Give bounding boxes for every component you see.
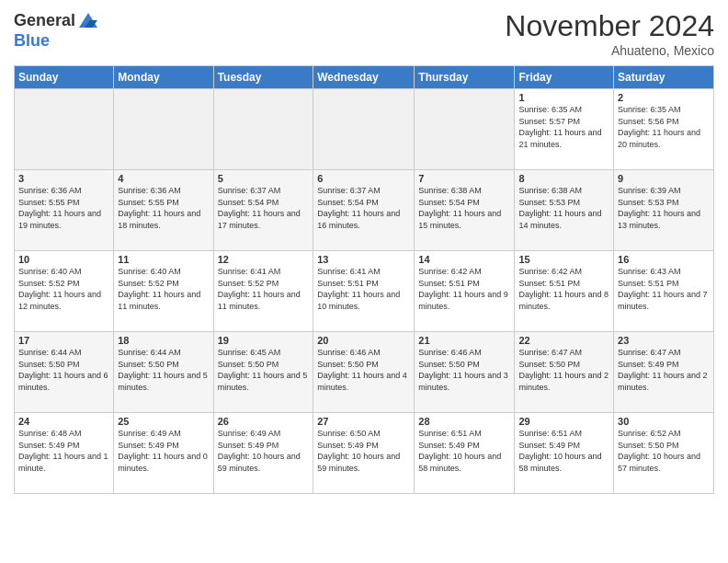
day-number: 27 xyxy=(317,416,410,427)
day-info: Sunrise: 6:52 AM Sunset: 5:50 PM Dayligh… xyxy=(618,428,710,474)
header-sunday: Sunday xyxy=(15,66,114,89)
logo: General Blue xyxy=(14,9,99,51)
day-info: Sunrise: 6:35 AM Sunset: 5:56 PM Dayligh… xyxy=(618,104,710,150)
day-info: Sunrise: 6:47 AM Sunset: 5:50 PM Dayligh… xyxy=(518,347,609,393)
day-number: 21 xyxy=(418,335,510,346)
calendar-cell: 25Sunrise: 6:49 AM Sunset: 5:49 PM Dayli… xyxy=(114,413,213,494)
calendar-row-4: 24Sunrise: 6:48 AM Sunset: 5:49 PM Dayli… xyxy=(15,413,714,494)
day-info: Sunrise: 6:51 AM Sunset: 5:49 PM Dayligh… xyxy=(518,428,609,474)
day-number: 4 xyxy=(118,173,209,184)
header-monday: Monday xyxy=(114,66,213,89)
day-info: Sunrise: 6:35 AM Sunset: 5:57 PM Dayligh… xyxy=(518,104,609,150)
calendar-cell: 21Sunrise: 6:46 AM Sunset: 5:50 PM Dayli… xyxy=(415,332,515,413)
location-subtitle: Ahuateno, Mexico xyxy=(505,43,714,58)
calendar-cell: 2Sunrise: 6:35 AM Sunset: 5:56 PM Daylig… xyxy=(614,89,714,170)
calendar-cell: 19Sunrise: 6:45 AM Sunset: 5:50 PM Dayli… xyxy=(213,332,313,413)
day-info: Sunrise: 6:38 AM Sunset: 5:53 PM Dayligh… xyxy=(518,185,609,231)
calendar-row-0: 1Sunrise: 6:35 AM Sunset: 5:57 PM Daylig… xyxy=(15,89,714,170)
day-number: 25 xyxy=(118,416,209,427)
calendar-cell: 14Sunrise: 6:42 AM Sunset: 5:51 PM Dayli… xyxy=(415,251,515,332)
calendar-cell: 28Sunrise: 6:51 AM Sunset: 5:49 PM Dayli… xyxy=(415,413,515,494)
header-saturday: Saturday xyxy=(614,66,714,89)
calendar-cell: 23Sunrise: 6:47 AM Sunset: 5:49 PM Dayli… xyxy=(614,332,714,413)
day-info: Sunrise: 6:43 AM Sunset: 5:51 PM Dayligh… xyxy=(618,266,710,312)
calendar-cell: 18Sunrise: 6:44 AM Sunset: 5:50 PM Dayli… xyxy=(114,332,213,413)
calendar-cell: 1Sunrise: 6:35 AM Sunset: 5:57 PM Daylig… xyxy=(515,89,614,170)
calendar-cell: 13Sunrise: 6:41 AM Sunset: 5:51 PM Dayli… xyxy=(313,251,415,332)
day-number: 18 xyxy=(118,335,209,346)
calendar-cell: 10Sunrise: 6:40 AM Sunset: 5:52 PM Dayli… xyxy=(15,251,114,332)
day-number: 19 xyxy=(218,335,310,346)
header-friday: Friday xyxy=(515,66,614,89)
calendar-cell xyxy=(415,89,515,170)
calendar-cell: 9Sunrise: 6:39 AM Sunset: 5:53 PM Daylig… xyxy=(614,170,714,251)
day-number: 7 xyxy=(418,173,510,184)
calendar-cell: 6Sunrise: 6:37 AM Sunset: 5:54 PM Daylig… xyxy=(313,170,415,251)
day-number: 2 xyxy=(618,92,710,103)
calendar-cell: 4Sunrise: 6:36 AM Sunset: 5:55 PM Daylig… xyxy=(114,170,213,251)
day-info: Sunrise: 6:41 AM Sunset: 5:52 PM Dayligh… xyxy=(218,266,310,312)
day-info: Sunrise: 6:41 AM Sunset: 5:51 PM Dayligh… xyxy=(317,266,410,312)
day-number: 10 xyxy=(18,254,109,265)
day-info: Sunrise: 6:46 AM Sunset: 5:50 PM Dayligh… xyxy=(317,347,410,393)
day-info: Sunrise: 6:50 AM Sunset: 5:49 PM Dayligh… xyxy=(317,428,410,474)
day-info: Sunrise: 6:42 AM Sunset: 5:51 PM Dayligh… xyxy=(418,266,510,312)
calendar-cell: 24Sunrise: 6:48 AM Sunset: 5:49 PM Dayli… xyxy=(15,413,114,494)
day-number: 20 xyxy=(317,335,410,346)
calendar-cell: 7Sunrise: 6:38 AM Sunset: 5:54 PM Daylig… xyxy=(415,170,515,251)
calendar-cell: 5Sunrise: 6:37 AM Sunset: 5:54 PM Daylig… xyxy=(213,170,313,251)
day-number: 30 xyxy=(618,416,710,427)
calendar-cell xyxy=(313,89,415,170)
header-thursday: Thursday xyxy=(415,66,515,89)
calendar: Sunday Monday Tuesday Wednesday Thursday… xyxy=(14,65,714,494)
calendar-cell: 12Sunrise: 6:41 AM Sunset: 5:52 PM Dayli… xyxy=(213,251,313,332)
day-number: 6 xyxy=(317,173,410,184)
day-info: Sunrise: 6:45 AM Sunset: 5:50 PM Dayligh… xyxy=(218,347,310,393)
day-info: Sunrise: 6:44 AM Sunset: 5:50 PM Dayligh… xyxy=(18,347,109,393)
day-number: 3 xyxy=(18,173,109,184)
day-info: Sunrise: 6:37 AM Sunset: 5:54 PM Dayligh… xyxy=(317,185,410,231)
logo-icon xyxy=(77,9,99,31)
header-tuesday: Tuesday xyxy=(213,66,313,89)
title-block: November 2024 Ahuateno, Mexico xyxy=(505,9,714,58)
calendar-cell: 30Sunrise: 6:52 AM Sunset: 5:50 PM Dayli… xyxy=(614,413,714,494)
day-info: Sunrise: 6:49 AM Sunset: 5:49 PM Dayligh… xyxy=(218,428,310,474)
day-number: 1 xyxy=(518,92,609,103)
day-number: 11 xyxy=(118,254,209,265)
day-info: Sunrise: 6:36 AM Sunset: 5:55 PM Dayligh… xyxy=(18,185,109,231)
header: General Blue November 2024 Ahuateno, Mex… xyxy=(14,9,714,58)
calendar-cell: 11Sunrise: 6:40 AM Sunset: 5:52 PM Dayli… xyxy=(114,251,213,332)
day-number: 16 xyxy=(618,254,710,265)
day-number: 12 xyxy=(218,254,310,265)
calendar-cell: 26Sunrise: 6:49 AM Sunset: 5:49 PM Dayli… xyxy=(213,413,313,494)
calendar-cell: 16Sunrise: 6:43 AM Sunset: 5:51 PM Dayli… xyxy=(614,251,714,332)
page: General Blue November 2024 Ahuateno, Mex… xyxy=(0,0,728,563)
calendar-row-2: 10Sunrise: 6:40 AM Sunset: 5:52 PM Dayli… xyxy=(15,251,714,332)
calendar-row-3: 17Sunrise: 6:44 AM Sunset: 5:50 PM Dayli… xyxy=(15,332,714,413)
day-info: Sunrise: 6:36 AM Sunset: 5:55 PM Dayligh… xyxy=(118,185,209,231)
calendar-cell: 27Sunrise: 6:50 AM Sunset: 5:49 PM Dayli… xyxy=(313,413,415,494)
day-info: Sunrise: 6:40 AM Sunset: 5:52 PM Dayligh… xyxy=(118,266,209,312)
logo-blue: Blue xyxy=(14,31,50,51)
calendar-cell xyxy=(213,89,313,170)
day-number: 14 xyxy=(418,254,510,265)
day-number: 29 xyxy=(518,416,609,427)
calendar-cell: 3Sunrise: 6:36 AM Sunset: 5:55 PM Daylig… xyxy=(15,170,114,251)
day-info: Sunrise: 6:39 AM Sunset: 5:53 PM Dayligh… xyxy=(618,185,710,231)
calendar-cell: 20Sunrise: 6:46 AM Sunset: 5:50 PM Dayli… xyxy=(313,332,415,413)
day-info: Sunrise: 6:44 AM Sunset: 5:50 PM Dayligh… xyxy=(118,347,209,393)
day-number: 24 xyxy=(18,416,109,427)
day-info: Sunrise: 6:51 AM Sunset: 5:49 PM Dayligh… xyxy=(418,428,510,474)
day-info: Sunrise: 6:48 AM Sunset: 5:49 PM Dayligh… xyxy=(18,428,109,474)
day-number: 28 xyxy=(418,416,510,427)
day-number: 26 xyxy=(218,416,310,427)
day-number: 23 xyxy=(618,335,710,346)
day-info: Sunrise: 6:38 AM Sunset: 5:54 PM Dayligh… xyxy=(418,185,510,231)
calendar-cell: 17Sunrise: 6:44 AM Sunset: 5:50 PM Dayli… xyxy=(15,332,114,413)
day-info: Sunrise: 6:40 AM Sunset: 5:52 PM Dayligh… xyxy=(18,266,109,312)
day-number: 22 xyxy=(518,335,609,346)
day-info: Sunrise: 6:49 AM Sunset: 5:49 PM Dayligh… xyxy=(118,428,209,474)
day-number: 15 xyxy=(518,254,609,265)
weekday-header-row: Sunday Monday Tuesday Wednesday Thursday… xyxy=(15,66,714,89)
day-number: 8 xyxy=(518,173,609,184)
